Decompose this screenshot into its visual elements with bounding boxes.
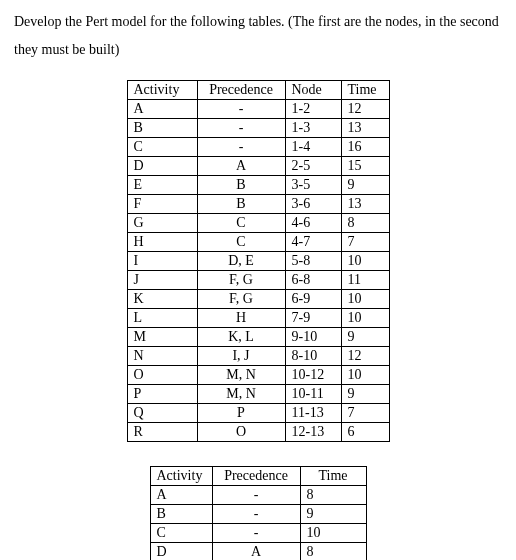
cell-node: 6-8: [285, 271, 341, 290]
table-row: OM, N10-1210: [127, 366, 389, 385]
table-row: QP11-137: [127, 404, 389, 423]
cell-time: 10: [341, 309, 389, 328]
cell-time: 7: [341, 404, 389, 423]
cell-precedence: -: [197, 100, 285, 119]
cell-precedence: -: [197, 138, 285, 157]
cell-activity: N: [127, 347, 197, 366]
table-row: GC4-68: [127, 214, 389, 233]
cell-activity: D: [150, 543, 212, 561]
cell-precedence: -: [212, 505, 300, 524]
cell-activity: R: [127, 423, 197, 442]
cell-time: 12: [341, 100, 389, 119]
table-row: FB3-613: [127, 195, 389, 214]
table-row: LH7-910: [127, 309, 389, 328]
cell-precedence: M, N: [197, 385, 285, 404]
cell-activity: H: [127, 233, 197, 252]
cell-activity: I: [127, 252, 197, 271]
instruction-text: Develop the Pert model for the following…: [14, 8, 502, 64]
cell-node: 11-13: [285, 404, 341, 423]
cell-node: 8-10: [285, 347, 341, 366]
cell-activity: M: [127, 328, 197, 347]
cell-node: 4-7: [285, 233, 341, 252]
cell-node: 7-9: [285, 309, 341, 328]
cell-activity: A: [127, 100, 197, 119]
table-row: PM, N10-119: [127, 385, 389, 404]
cell-time: 10: [341, 290, 389, 309]
cell-precedence: B: [197, 176, 285, 195]
cell-node: 10-12: [285, 366, 341, 385]
cell-time: 9: [341, 328, 389, 347]
cell-time: 13: [341, 119, 389, 138]
cell-activity: O: [127, 366, 197, 385]
cell-activity: A: [150, 486, 212, 505]
cell-activity: L: [127, 309, 197, 328]
cell-activity: C: [127, 138, 197, 157]
tables-container: Activity Precedence Node Time A-1-212B-1…: [14, 80, 502, 560]
cell-precedence: D, E: [197, 252, 285, 271]
table-header-row: Activity Precedence Node Time: [127, 81, 389, 100]
header-precedence: Precedence: [197, 81, 285, 100]
table-row: C-1-416: [127, 138, 389, 157]
cell-precedence: -: [212, 524, 300, 543]
header-node: Node: [285, 81, 341, 100]
cell-precedence: H: [197, 309, 285, 328]
cell-time: 12: [341, 347, 389, 366]
cell-activity: F: [127, 195, 197, 214]
table-row: NI, J8-1012: [127, 347, 389, 366]
cell-time: 10: [341, 366, 389, 385]
cell-precedence: M, N: [197, 366, 285, 385]
cell-precedence: -: [212, 486, 300, 505]
cell-time: 10: [341, 252, 389, 271]
table-row: EB3-59: [127, 176, 389, 195]
cell-precedence: B: [197, 195, 285, 214]
table-row: B-9: [150, 505, 366, 524]
table-row: JF, G6-811: [127, 271, 389, 290]
header-time: Time: [341, 81, 389, 100]
cell-time: 15: [341, 157, 389, 176]
cell-node: 6-9: [285, 290, 341, 309]
table-row: MK, L9-109: [127, 328, 389, 347]
cell-precedence: A: [212, 543, 300, 561]
cell-time: 13: [341, 195, 389, 214]
cell-precedence: C: [197, 233, 285, 252]
cell-node: 9-10: [285, 328, 341, 347]
cell-node: 3-6: [285, 195, 341, 214]
cell-activity: G: [127, 214, 197, 233]
cell-time: 8: [300, 486, 366, 505]
header-activity: Activity: [127, 81, 197, 100]
cell-activity: B: [127, 119, 197, 138]
cell-activity: K: [127, 290, 197, 309]
cell-time: 9: [341, 176, 389, 195]
cell-precedence: A: [197, 157, 285, 176]
cell-activity: Q: [127, 404, 197, 423]
cell-activity: C: [150, 524, 212, 543]
cell-precedence: P: [197, 404, 285, 423]
table-row: RO12-136: [127, 423, 389, 442]
cell-precedence: F, G: [197, 271, 285, 290]
header-time: Time: [300, 467, 366, 486]
cell-time: 11: [341, 271, 389, 290]
cell-precedence: -: [197, 119, 285, 138]
table-row: DA8: [150, 543, 366, 561]
table-row: DA2-515: [127, 157, 389, 176]
header-precedence: Precedence: [212, 467, 300, 486]
cell-precedence: O: [197, 423, 285, 442]
cell-precedence: I, J: [197, 347, 285, 366]
cell-time: 8: [300, 543, 366, 561]
cell-precedence: F, G: [197, 290, 285, 309]
cell-activity: J: [127, 271, 197, 290]
cell-time: 16: [341, 138, 389, 157]
header-activity: Activity: [150, 467, 212, 486]
pert-table-2: Activity Precedence Time A-8B-9C-10DA8EB…: [150, 466, 367, 560]
cell-activity: B: [150, 505, 212, 524]
cell-precedence: C: [197, 214, 285, 233]
table-row: ID, E5-810: [127, 252, 389, 271]
cell-node: 5-8: [285, 252, 341, 271]
cell-activity: E: [127, 176, 197, 195]
table-row: A-1-212: [127, 100, 389, 119]
pert-table-1: Activity Precedence Node Time A-1-212B-1…: [127, 80, 390, 442]
cell-node: 2-5: [285, 157, 341, 176]
cell-time: 10: [300, 524, 366, 543]
table-row: B-1-313: [127, 119, 389, 138]
table-row: A-8: [150, 486, 366, 505]
